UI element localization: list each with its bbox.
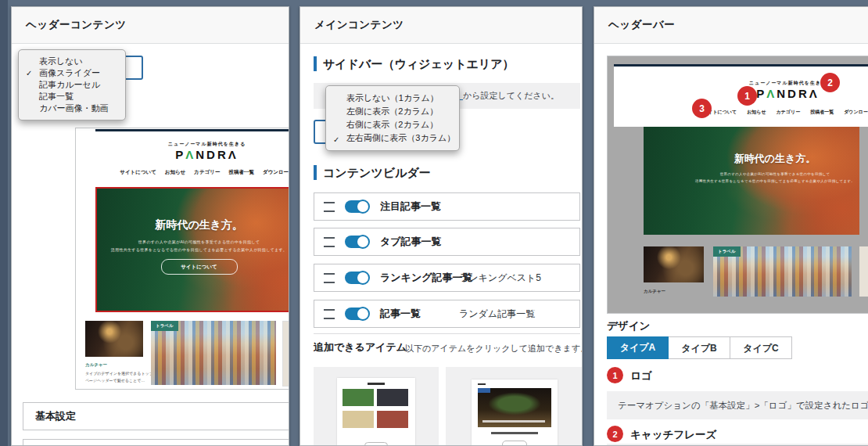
builder-section-heading: コンテンツビルダー [323,165,431,180]
drag-handle-icon[interactable] [324,202,335,212]
hero-subtitle-1: 世界のすの人や企業がAIの可能性を享受できる世の中を目指して [97,239,289,244]
nav-item: カテゴリー [194,169,220,176]
menu-item[interactable]: 表示しない（1カラム） [326,92,459,105]
divider [314,333,580,334]
tab-type-a[interactable]: タイプA [607,336,669,359]
toggle-switch-on[interactable] [345,200,368,213]
mini-preview-hero [472,379,558,446]
tab-type-c[interactable]: タイプC [730,336,792,359]
panel-header-content: ヘッダーコンテンツ 表示しない ✓画像スライダー 記事カルーセル 記事一覧 カバ… [11,6,289,446]
check-icon: ✓ [26,67,32,79]
panel-header-bar-titlebar[interactable]: ヘッダーバー [594,7,868,44]
site-tagline: ニューノーマル新時代を生きる [95,141,289,148]
row-label: 注目記事一覧 [380,200,441,214]
marker-3: 3 [692,99,712,118]
menu-item[interactable]: カバー画像・動画 [19,103,125,114]
panel-header-content-titlebar[interactable]: ヘッダーコンテンツ [12,7,289,44]
section-bar [314,56,317,71]
site-logo: PΛNDRΛ [95,148,289,161]
drag-handle-icon[interactable] [324,237,335,247]
nav-item: お知らせ [165,169,185,176]
toggle-knob [356,307,370,321]
card-image-partial [282,321,289,387]
hero-button: サイトについて [161,259,238,275]
sidebar-layout-dropdown-menu: 表示しない（1カラム） 左側に表示（2カラム） 右側に表示（2カラム） ✓左右両… [325,85,460,151]
logo-note-bar: テーマオプションの「基本設定」>「ロゴ」で設定されたロゴを表示します。 [607,391,868,419]
hero-title: 新時代の生き方。 [97,218,289,232]
toggle-knob [356,200,370,214]
hero-subtitle-1: 世界のすの人や企業がAIの可能性を享受できる世の中を目指して [690,172,859,176]
drag-handle-icon[interactable] [324,309,335,319]
nav-item: 投稿者一覧 [810,109,834,116]
nav-item: ダウンロード [844,109,868,116]
nav-item: サイトについて [120,169,156,176]
addable-heading: 追加できるアイテム [314,340,407,354]
nav-item: ダウンロード [263,169,289,176]
addable-item-hero-card[interactable] [446,367,583,446]
logo-note-text: テーマオプションの「基本設定」>「ロゴ」で設定されたロゴを表示します。 [618,391,868,419]
item-label-catchphrase: キャッチフレーズ [630,428,716,442]
toggle-knob [356,235,370,249]
menu-item[interactable]: 左側に表示（2カラム） [326,105,459,118]
builder-row-tab[interactable]: タブ記事一覧 [314,228,580,256]
card-badge: トラベル [151,321,178,331]
tab-type-b[interactable]: タイプB [669,336,730,359]
menu-item[interactable]: 記事一覧 [19,91,125,103]
check-icon: ✓ [333,133,339,146]
card-image-travel: トラベル [151,321,276,385]
metabox-basic-settings[interactable]: 基本設定 [23,402,289,430]
notice-text: 」から設定してください。 [454,83,559,109]
metabox-title: 基本設定 [23,403,289,430]
builder-row-ranking[interactable]: ランキング記事一覧 ランキングベスト5 [314,264,580,292]
card-category: カルチャー [644,289,665,294]
builder-row-featured[interactable]: 注目記事一覧 [314,192,580,221]
hero-image: 新時代の生き方。 世界のすの人や企業がAIの可能性を享受できる世の中を目指して … [95,187,289,312]
menu-item[interactable]: 右側に表示（2カラム） [326,118,459,131]
card-image-travel: トラベル [713,246,852,297]
toggle-switch-on[interactable] [345,272,368,284]
header-content-dropdown-menu: 表示しない ✓画像スライダー 記事カルーセル 記事一覧 カバー画像・動画 [18,49,126,120]
panel-main-content-titlebar[interactable]: メインコンテンツ [300,7,582,44]
card-image-culture [644,246,704,282]
menu-item-selected[interactable]: ✓左右両側に表示（3カラム） [326,131,459,145]
header-bar-preview: ニューノーマル新時代を生きる PΛNDRΛ サイトについて お知らせ カテゴリー… [607,56,868,314]
site-nav: サイトについて お知らせ カテゴリー 投稿者一覧 ダウンロード [95,169,289,176]
panel-title: メインコンテンツ [314,7,404,43]
panel-title: ヘッダーコンテンツ [26,7,127,43]
addable-description: 以下のアイテムをクリックして追加できます。 [405,343,583,354]
item-label-logo: ロゴ [630,369,652,383]
site-header: ニューノーマル新時代を生きる PΛNDRΛ サイトについて お知らせ カテゴリー… [95,128,289,186]
addable-item-grid-card[interactable] [314,367,439,446]
card-image-culture [85,321,143,357]
nav-item: お知らせ [747,109,766,116]
row-note: ランダム記事一覧 [459,308,535,321]
item-number-2: 2 [607,426,623,442]
nav-item: カテゴリー [777,109,801,116]
marker-2: 2 [820,73,840,92]
hero-subtitle-2: 活用性共生する世界をとなるでる世の中を目指してまを必要とする企業や人が目指してま… [97,247,289,252]
builder-row-articles[interactable]: 記事一覧 ランダム記事一覧 [314,300,580,328]
card-text: タイプのデザインを選択できるトップ [85,371,153,376]
panel-main-content: メインコンテンツ サイドバー（ウィジェットエリア） 」から設定してください。 表… [299,6,583,446]
drag-handle-icon[interactable] [324,273,335,283]
toggle-switch-on[interactable] [345,236,368,248]
site-top-border [614,64,868,67]
menu-item[interactable]: 表示しない [19,56,125,67]
menu-item-selected[interactable]: ✓画像スライダー [19,67,125,79]
card-text: ページヘッダーで魅せることで… [85,378,145,383]
row-note: ランキングベスト5 [459,272,541,285]
row-label: 記事一覧 [380,307,421,321]
header-content-preview: ニューノーマル新時代を生きる PΛNDRΛ サイトについて お知らせ カテゴリー… [75,128,289,390]
panel-title: ヘッダーバー [608,7,675,43]
card-badge: トラベル [713,246,741,257]
toggle-knob [356,271,370,285]
hero-title: 新時代の生き方。 [690,152,859,166]
toggle-switch-on[interactable] [345,308,368,320]
item-number-1: 1 [607,367,623,383]
section-bar [314,165,317,180]
mini-preview-grid [337,378,415,446]
row-label: タブ記事一覧 [380,235,442,249]
menu-item[interactable]: 記事カルーセル [19,79,125,91]
marker-1: 1 [737,86,757,106]
metabox-next-partial[interactable] [23,439,289,446]
